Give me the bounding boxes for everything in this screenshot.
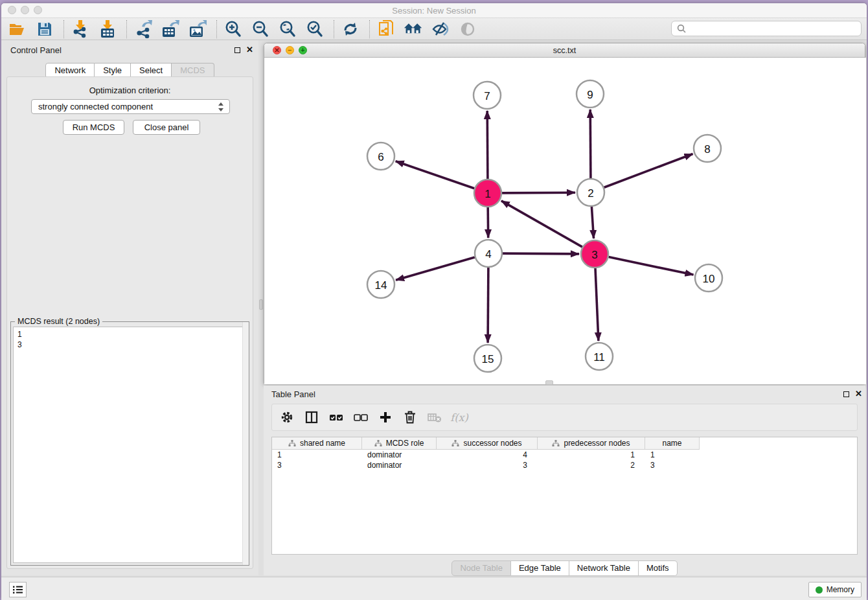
node-table[interactable]: shared nameMCDS rolesuccessor nodesprede… bbox=[271, 437, 858, 555]
search-box[interactable] bbox=[671, 21, 862, 36]
toolbar-separator bbox=[63, 20, 64, 38]
save-icon[interactable] bbox=[35, 20, 54, 38]
cell-shared-name[interactable]: 3 bbox=[272, 460, 362, 470]
zoom-out-icon[interactable] bbox=[251, 20, 270, 38]
column-settings-icon[interactable] bbox=[279, 410, 295, 425]
column-header-name[interactable]: name bbox=[645, 437, 700, 450]
node-9[interactable]: 9 bbox=[577, 80, 604, 108]
table-tabs: Node TableEdge TableNetwork TableMotifs bbox=[264, 560, 865, 576]
toolbar-separator bbox=[369, 20, 370, 38]
memory-status-icon bbox=[816, 586, 823, 594]
tab-edge-table[interactable]: Edge Table bbox=[511, 560, 569, 576]
split-divider-grip[interactable] bbox=[259, 299, 263, 310]
delete-columns-icon[interactable] bbox=[402, 410, 418, 425]
window-title: Session: New Session bbox=[1, 6, 867, 16]
edge-4-14[interactable] bbox=[396, 257, 475, 280]
edge-4-15[interactable] bbox=[488, 268, 488, 343]
cell-name[interactable]: 1 bbox=[645, 450, 700, 460]
float-table-panel-icon[interactable] bbox=[843, 391, 849, 397]
column-header-shared-name[interactable]: shared name bbox=[272, 437, 362, 450]
close-panel-button[interactable]: Close panel bbox=[133, 120, 200, 135]
edge-2-9[interactable] bbox=[590, 110, 591, 178]
network-title-bar[interactable]: ✕ − + scc.txt bbox=[264, 43, 865, 58]
create-column-icon[interactable] bbox=[377, 410, 394, 425]
edge-4-3[interactable] bbox=[503, 253, 579, 254]
criterion-select[interactable]: strongly connected component bbox=[31, 99, 230, 114]
unselect-all-columns-icon[interactable] bbox=[352, 410, 369, 425]
node-11[interactable]: 11 bbox=[586, 343, 613, 370]
edge-3-11[interactable] bbox=[595, 268, 599, 341]
toolbar-separator bbox=[126, 20, 127, 38]
close-panel-icon[interactable]: ✕ bbox=[246, 45, 253, 54]
column-header-MCDS-role[interactable]: MCDS role bbox=[362, 437, 437, 450]
edge-3-10[interactable] bbox=[609, 257, 694, 275]
title-bar: Session: New Session bbox=[1, 3, 867, 18]
edge-1-2[interactable] bbox=[502, 192, 575, 193]
svg-text:4: 4 bbox=[485, 248, 491, 260]
mcds-result-text[interactable]: 1 3 bbox=[13, 327, 247, 563]
export-image-icon[interactable] bbox=[188, 20, 207, 38]
refresh-icon[interactable] bbox=[341, 20, 360, 38]
export-table-icon[interactable] bbox=[161, 20, 180, 38]
zoom-selected-icon[interactable] bbox=[305, 20, 325, 38]
node-15[interactable]: 15 bbox=[474, 345, 501, 372]
cell-MCDS-role[interactable]: dominator bbox=[362, 450, 437, 460]
import-network-icon[interactable] bbox=[71, 20, 90, 38]
run-mcds-button[interactable]: Run MCDS bbox=[63, 120, 124, 135]
import-table-icon[interactable] bbox=[98, 20, 117, 38]
tab-node-table[interactable]: Node Table bbox=[451, 560, 511, 576]
edge-2-8[interactable] bbox=[604, 154, 693, 188]
result-scrollbar[interactable] bbox=[242, 322, 249, 565]
edge-1-6[interactable] bbox=[396, 161, 475, 189]
toolbar-separator bbox=[334, 20, 334, 38]
open-file-icon[interactable] bbox=[8, 20, 27, 38]
select-stepper-icon bbox=[218, 101, 225, 113]
node-3[interactable]: 3 bbox=[581, 240, 608, 268]
node-1[interactable]: 1 bbox=[474, 179, 501, 207]
svg-text:8: 8 bbox=[704, 143, 710, 156]
cell-successor-nodes[interactable]: 3 bbox=[437, 460, 538, 470]
mcds-result-group: MCDS result (2 nodes) 1 3 bbox=[10, 321, 249, 566]
cell-predecessor-nodes[interactable]: 2 bbox=[538, 460, 645, 470]
close-table-panel-icon[interactable]: ✕ bbox=[855, 389, 862, 398]
mcds-panel: Optimization criterion: strongly connect… bbox=[6, 76, 253, 569]
node-2[interactable]: 2 bbox=[577, 179, 604, 206]
table-mode-icon[interactable] bbox=[303, 410, 320, 425]
node-4[interactable]: 4 bbox=[475, 240, 502, 267]
export-network-icon[interactable] bbox=[133, 20, 153, 38]
edge-3-1[interactable] bbox=[501, 201, 582, 247]
edge-1-7[interactable] bbox=[487, 111, 488, 179]
edge-1-4[interactable] bbox=[488, 207, 488, 238]
clone-network-icon[interactable] bbox=[376, 20, 396, 38]
split-divider-grip[interactable] bbox=[545, 380, 553, 385]
tab-network-table[interactable]: Network Table bbox=[569, 560, 639, 576]
cell-successor-nodes[interactable]: 4 bbox=[437, 450, 538, 460]
node-8[interactable]: 8 bbox=[694, 135, 721, 162]
float-panel-icon[interactable] bbox=[234, 47, 240, 53]
node-7[interactable]: 7 bbox=[474, 82, 501, 109]
control-panel: Control Panel ✕ NetworkStyleSelectMCDS O… bbox=[1, 40, 258, 575]
memory-button[interactable]: Memory bbox=[808, 582, 862, 597]
zoom-fit-icon[interactable] bbox=[278, 20, 297, 38]
column-header-predecessor-nodes[interactable]: predecessor nodes bbox=[538, 437, 645, 450]
table-row[interactable]: 1dominator411 bbox=[272, 450, 857, 460]
zoom-in-icon[interactable] bbox=[223, 20, 243, 38]
node-14[interactable]: 14 bbox=[367, 271, 394, 298]
hide-panels-icon[interactable] bbox=[431, 20, 450, 38]
search-input[interactable] bbox=[691, 24, 856, 33]
column-header-successor-nodes[interactable]: successor nodes bbox=[437, 437, 538, 450]
table-panel-title: Table Panel bbox=[271, 389, 315, 399]
network-canvas[interactable]: 1234678910111415 bbox=[264, 58, 866, 384]
cell-predecessor-nodes[interactable]: 1 bbox=[538, 450, 645, 460]
table-row[interactable]: 3dominator323 bbox=[272, 460, 857, 470]
cell-name[interactable]: 3 bbox=[645, 460, 700, 470]
node-6[interactable]: 6 bbox=[367, 143, 394, 170]
tab-motifs[interactable]: Motifs bbox=[639, 560, 678, 576]
cell-shared-name[interactable]: 1 bbox=[272, 450, 362, 460]
task-history-button[interactable] bbox=[9, 582, 27, 597]
cell-MCDS-role[interactable]: dominator bbox=[362, 460, 437, 470]
cyndex-home-icon[interactable] bbox=[404, 20, 423, 38]
select-all-columns-icon[interactable] bbox=[328, 410, 345, 425]
node-10[interactable]: 10 bbox=[695, 264, 722, 292]
edge-2-3[interactable] bbox=[591, 207, 593, 238]
